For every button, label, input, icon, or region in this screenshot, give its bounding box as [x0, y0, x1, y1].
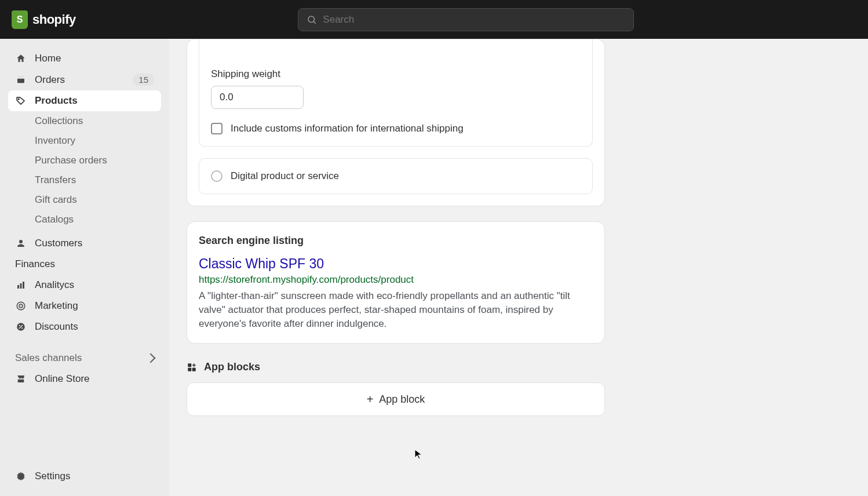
sidebar-item-gift-cards[interactable]: Gift cards	[28, 190, 161, 210]
app-blocks-title: App blocks	[204, 361, 260, 373]
sidebar-item-label: Inventory	[35, 135, 75, 147]
shipping-weight-label: Shipping weight	[211, 68, 581, 80]
svg-point-13	[21, 327, 23, 329]
sidebar-item-inventory[interactable]: Inventory	[28, 131, 161, 151]
app-blocks-icon	[187, 362, 197, 373]
analytics-icon	[15, 279, 27, 291]
sidebar-item-home[interactable]: Home	[8, 48, 161, 69]
seo-description: A "lighter-than-air" sunscreen made with…	[199, 289, 593, 330]
svg-rect-7	[23, 282, 24, 289]
svg-point-0	[308, 16, 315, 23]
orders-badge: 15	[133, 74, 154, 86]
sidebar-item-label: Collections	[35, 115, 83, 127]
customs-checkbox[interactable]	[211, 123, 223, 134]
shopify-logo-icon	[12, 10, 28, 29]
app-blocks-header: App blocks	[187, 361, 605, 373]
sidebar-item-label: Marketing	[35, 300, 78, 312]
sidebar-item-label: Discounts	[35, 321, 78, 333]
svg-point-12	[19, 325, 20, 326]
add-app-block-button[interactable]: + App block	[187, 382, 605, 416]
customs-checkbox-label: Include customs information for internat…	[231, 123, 464, 134]
sidebar-section-finances[interactable]: Finances	[8, 254, 161, 275]
settings-icon	[15, 471, 27, 482]
sidebar-item-label: Analitycs	[35, 279, 74, 291]
sidebar-item-customers[interactable]: Customers	[8, 233, 161, 254]
sidebar-item-label: Settings	[35, 471, 70, 482]
sidebar-item-label: Purchase orders	[35, 155, 107, 166]
digital-product-radio[interactable]	[211, 170, 223, 182]
seo-url[interactable]: https://storefront.myshopify.com/product…	[199, 274, 593, 286]
sidebar-item-catalogs[interactable]: Catalogs	[28, 210, 161, 229]
svg-line-1	[313, 21, 316, 24]
sidebar-item-label: Gift cards	[35, 194, 77, 206]
sidebar-item-discounts[interactable]: Discounts	[8, 316, 161, 337]
svg-rect-5	[17, 285, 19, 289]
sidebar: Home Orders 15 Products Collections Inve…	[0, 39, 169, 496]
plus-icon: +	[367, 393, 374, 406]
svg-rect-17	[188, 368, 191, 371]
svg-rect-18	[192, 368, 196, 371]
shopify-logo-text: shopify	[32, 12, 76, 27]
online-store-icon	[15, 373, 27, 385]
sidebar-item-label: Catalogs	[35, 214, 74, 225]
sidebar-item-collections[interactable]: Collections	[28, 111, 161, 131]
chevron-right-icon	[146, 353, 156, 363]
sidebar-item-purchase-orders[interactable]: Purchase orders	[28, 151, 161, 170]
search-input[interactable]	[323, 14, 625, 25]
svg-rect-16	[188, 363, 191, 367]
seo-card: Search engine listing Classic Whip SPF 3…	[187, 221, 605, 344]
sidebar-item-analytics[interactable]: Analitycs	[8, 275, 161, 296]
discounts-icon	[15, 321, 27, 333]
seo-title[interactable]: Classic Whip SPF 30	[199, 256, 593, 272]
shipping-weight-input[interactable]	[211, 86, 304, 109]
sidebar-item-label: Orders	[35, 74, 65, 86]
sidebar-item-label: Customers	[35, 238, 82, 249]
sidebar-item-settings[interactable]: Settings	[8, 466, 161, 487]
sidebar-section-sales-channels[interactable]: Sales channels	[8, 348, 161, 369]
svg-point-4	[19, 240, 23, 243]
search-icon	[307, 14, 317, 25]
sidebar-item-marketing[interactable]: Marketing	[8, 296, 161, 316]
svg-rect-6	[20, 283, 22, 289]
sales-channels-label: Sales channels	[15, 352, 82, 364]
svg-rect-3	[17, 76, 24, 78]
products-icon	[15, 95, 27, 107]
search-box[interactable]	[298, 8, 634, 31]
customers-icon	[15, 238, 27, 249]
digital-product-label: Digital product or service	[231, 170, 339, 182]
marketing-icon	[15, 300, 27, 312]
sidebar-item-orders[interactable]: Orders 15	[8, 69, 161, 90]
top-header: shopify	[0, 0, 868, 39]
home-icon	[15, 53, 27, 64]
orders-icon	[15, 74, 27, 86]
sidebar-item-label: Products	[35, 95, 78, 107]
digital-product-card: Digital product or service	[199, 158, 593, 194]
add-app-block-label: App block	[379, 393, 425, 406]
search-container	[76, 8, 856, 31]
sidebar-item-products[interactable]: Products	[8, 90, 161, 111]
svg-point-10	[20, 305, 21, 307]
sidebar-item-label: Home	[35, 53, 61, 64]
seo-heading: Search engine listing	[199, 235, 593, 247]
shopify-logo[interactable]: shopify	[12, 10, 76, 29]
sidebar-item-transfers[interactable]: Transfers	[28, 170, 161, 190]
sidebar-item-label: Transfers	[35, 174, 76, 186]
digital-product-row[interactable]: Digital product or service	[199, 159, 592, 194]
shipping-card: Shipping weight Include customs informat…	[187, 39, 605, 206]
customs-checkbox-row[interactable]: Include customs information for internat…	[211, 123, 581, 134]
sidebar-item-label: Online Store	[35, 373, 90, 385]
main-content: Shipping weight Include customs informat…	[169, 39, 868, 496]
products-subnav: Collections Inventory Purchase orders Tr…	[8, 111, 161, 229]
sidebar-item-online-store[interactable]: Online Store	[8, 369, 161, 389]
